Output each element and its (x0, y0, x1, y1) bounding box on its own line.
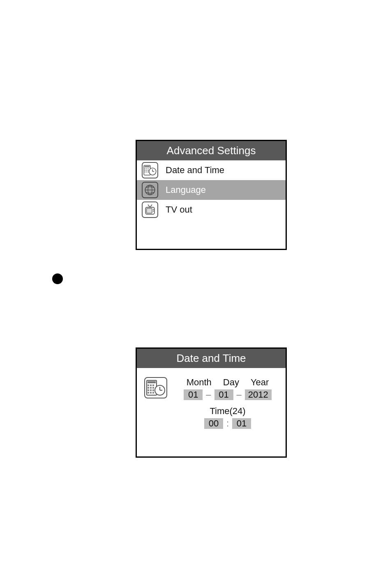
date-and-time-panel: Date and Time (136, 347, 287, 458)
svg-rect-5 (145, 170, 145, 171)
svg-rect-32 (150, 389, 152, 391)
hour-field[interactable]: 00 (204, 418, 223, 429)
svg-rect-9 (146, 171, 147, 172)
globe-icon (142, 182, 158, 198)
calendar-clock-icon (142, 162, 158, 178)
svg-rect-1 (145, 166, 150, 167)
svg-rect-8 (145, 171, 145, 172)
menu-item-label: Language (166, 185, 206, 195)
svg-rect-26 (150, 384, 152, 386)
tv-icon (142, 201, 158, 218)
svg-rect-3 (146, 168, 147, 169)
svg-rect-27 (152, 384, 154, 386)
svg-point-22 (153, 211, 154, 212)
page: { "advanced_settings": { "title": "Advan… (0, 0, 392, 565)
svg-line-18 (150, 205, 152, 208)
day-field[interactable]: 01 (214, 389, 233, 400)
svg-rect-30 (152, 387, 154, 389)
date-separator: – (206, 389, 211, 400)
menu-item-tv-out[interactable]: TV out (137, 200, 286, 220)
svg-rect-24 (148, 381, 156, 383)
time-values-row: 00 : 01 (177, 418, 278, 429)
advanced-settings-panel: Advanced Settings Date and Time (136, 140, 287, 250)
year-field[interactable]: 2012 (245, 389, 272, 400)
menu-item-label: TV out (166, 204, 192, 215)
svg-rect-6 (146, 170, 147, 171)
svg-rect-4 (148, 168, 149, 169)
day-label: Day (223, 377, 239, 388)
svg-rect-7 (148, 170, 149, 171)
svg-rect-28 (148, 387, 149, 389)
date-column-labels: Month Day Year (177, 377, 278, 388)
svg-line-17 (148, 205, 150, 208)
svg-rect-36 (152, 392, 154, 394)
month-field[interactable]: 01 (184, 389, 203, 400)
time-label: Time(24) (177, 406, 278, 417)
menu-item-label: Date and Time (166, 165, 224, 176)
time-separator: : (226, 418, 229, 429)
date-and-time-icon-column (144, 377, 167, 429)
svg-rect-34 (148, 392, 149, 394)
date-values-row: 01 – 01 – 2012 (177, 389, 278, 400)
svg-rect-10 (148, 171, 149, 172)
svg-rect-33 (152, 389, 154, 391)
calendar-clock-icon (144, 377, 167, 398)
menu-item-date-and-time[interactable]: Date and Time (137, 160, 286, 180)
minute-field[interactable]: 01 (232, 418, 251, 429)
svg-rect-25 (148, 384, 149, 386)
svg-rect-31 (148, 389, 149, 391)
advanced-settings-title: Advanced Settings (137, 141, 286, 160)
date-and-time-body: Month Day Year 01 – 01 – 2012 Time(24) 0… (137, 368, 286, 438)
svg-rect-29 (150, 387, 152, 389)
date-and-time-title: Date and Time (137, 349, 286, 368)
svg-rect-20 (147, 208, 152, 213)
date-separator: – (237, 389, 242, 400)
svg-rect-35 (150, 392, 152, 394)
svg-point-21 (153, 209, 154, 210)
bullet-icon (52, 273, 63, 284)
menu-item-language[interactable]: Language (137, 180, 286, 200)
month-label: Month (187, 377, 212, 388)
year-label: Year (251, 377, 269, 388)
date-and-time-fields: Month Day Year 01 – 01 – 2012 Time(24) 0… (177, 377, 278, 429)
svg-rect-2 (145, 168, 145, 169)
